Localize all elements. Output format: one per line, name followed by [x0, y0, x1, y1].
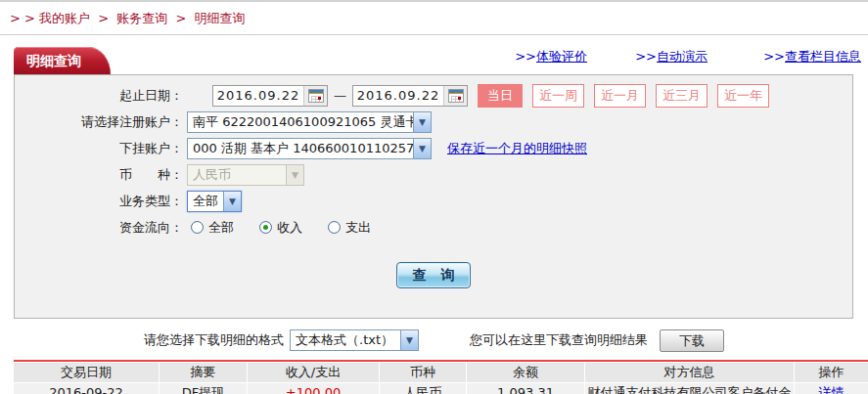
quick-range-3months-button[interactable]: 近三月 — [656, 84, 708, 108]
breadcrumb-item-account-query[interactable]: 账务查询 — [116, 11, 167, 25]
download-hint-text: 您可以在这里下载查询明细结果 — [470, 331, 648, 349]
cell-summary: DF提现 — [160, 383, 248, 394]
date-range-row: 起止日期： 2016.09.22 — 2016.09.22 当日 近一周 近一月… — [15, 82, 852, 109]
currency-select: 人民币 ▼ — [187, 164, 304, 186]
download-button[interactable]: 下载 — [660, 329, 724, 352]
view-column-info-link[interactable]: >>查看栏目信息 — [763, 48, 861, 66]
link-arrows: >> — [515, 49, 536, 64]
calendar-icon[interactable] — [443, 86, 467, 106]
chevron-down-icon: ▼ — [400, 330, 418, 350]
link-arrows: >> — [635, 49, 657, 64]
fund-flow-label: 资金流向： — [15, 219, 183, 237]
flow-option-all[interactable]: 全部 — [191, 219, 234, 237]
sub-account-row: 下挂账户： 000 活期 基本户 1406600101102571848 ▼ 保… — [15, 135, 852, 161]
chevron-down-icon: ▼ — [223, 192, 241, 211]
cell-income-expense: +100.00 — [248, 383, 380, 394]
cell-counterparty: 财付通支付科技有限公司客户备付金 — [585, 383, 795, 394]
cell-trade-date: 2016-09-22 — [14, 383, 160, 394]
col-header-currency: 币种 — [380, 363, 467, 382]
flow-option-income[interactable]: 收入 — [259, 219, 302, 237]
experience-review-link[interactable]: >>体验评价 — [515, 48, 587, 66]
date-range-dash: — — [334, 88, 346, 103]
tab-bar: 明细查询 >>体验评价 >>自动演示 >>查看栏目信息 — [0, 35, 868, 74]
query-button[interactable]: 查 询 — [396, 262, 471, 288]
fund-flow-options: 全部 收入 支出 — [191, 219, 396, 237]
col-header-balance: 余额 — [467, 363, 585, 382]
chevron-down-icon: ▼ — [413, 112, 431, 132]
download-format-select[interactable]: 文本格式（.txt） ▼ — [290, 329, 419, 351]
quick-range-year-button[interactable]: 近一年 — [717, 84, 769, 108]
table-row: 2016-09-22 DF提现 +100.00 人民币 1,093.31 财付通… — [14, 383, 868, 394]
col-header-income-expense: 收入/支出 — [248, 363, 380, 382]
query-form-panel: 起止日期： 2016.09.22 — 2016.09.22 当日 近一周 近一月… — [14, 74, 853, 319]
date-to-input[interactable]: 2016.09.22 — [352, 85, 468, 107]
quick-range-week-button[interactable]: 近一周 — [532, 84, 584, 108]
breadcrumb-prefix: > > — [10, 11, 35, 25]
chevron-down-icon: ▼ — [286, 165, 303, 185]
cell-currency: 人民币 — [380, 383, 467, 394]
table-header-row: 交易日期 摘要 收入/支出 币种 余额 对方信息 操作 — [14, 363, 868, 382]
business-type-row: 业务类型： 全部 ▼ — [15, 188, 852, 214]
detail-link[interactable]: 详情 — [819, 385, 845, 394]
breadcrumb-item-my-account[interactable]: 我的账户 — [39, 11, 90, 25]
col-header-action: 操作 — [795, 363, 868, 382]
col-header-counterparty: 对方信息 — [585, 363, 795, 382]
link-arrows: >> — [763, 49, 785, 64]
breadcrumb-item-detail-query[interactable]: 明细查询 — [194, 11, 245, 25]
save-snapshot-link[interactable]: 保存近一个月的明细快照 — [447, 140, 587, 157]
date-from-input[interactable]: 2016.09.22 — [212, 85, 328, 107]
breadcrumb-separator: > — [175, 11, 186, 25]
tab-detail-query[interactable]: 明细查询 — [14, 47, 111, 74]
auto-demo-link[interactable]: >>自动演示 — [635, 48, 708, 66]
query-button-row: 查 询 — [15, 262, 852, 288]
radio-unchecked-icon — [191, 221, 204, 234]
chevron-down-icon: ▼ — [413, 139, 431, 158]
register-account-label: 请选择注册账户： — [15, 113, 183, 131]
quick-range-today-button[interactable]: 当日 — [478, 84, 523, 108]
register-account-select[interactable]: 南平 6222001406100921065 灵通卡 ▼ — [187, 111, 432, 133]
quick-range-month-button[interactable]: 近一月 — [594, 84, 646, 108]
radio-unchecked-icon — [328, 221, 341, 234]
col-header-summary: 摘要 — [160, 363, 248, 382]
currency-row: 币 种： 人民币 ▼ — [15, 161, 852, 188]
currency-label: 币 种： — [15, 166, 183, 184]
business-type-select[interactable]: 全部 ▼ — [187, 191, 242, 212]
calendar-icon[interactable] — [303, 86, 327, 106]
breadcrumb: > > 我的账户 > 账务查询 > 明细查询 — [0, 2, 868, 34]
business-type-label: 业务类型： — [15, 193, 183, 210]
date-range-group: 2016.09.22 — 2016.09.22 当日 近一周 近一月 近三月 近… — [212, 84, 769, 108]
transactions-table: 交易日期 摘要 收入/支出 币种 余额 对方信息 操作 2016-09-22 D… — [14, 362, 868, 394]
sub-account-select[interactable]: 000 活期 基本户 1406600101102571848 ▼ — [187, 138, 432, 159]
breadcrumb-separator: > — [98, 11, 109, 25]
download-format-label: 请您选择下载明细的格式 — [144, 331, 284, 349]
fund-flow-row: 资金流向： 全部 收入 支出 — [15, 214, 852, 241]
col-header-trade-date: 交易日期 — [14, 363, 160, 382]
cell-balance: 1,093.31 — [467, 383, 585, 394]
flow-option-expense[interactable]: 支出 — [328, 219, 371, 237]
register-account-row: 请选择注册账户： 南平 6222001406100921065 灵通卡 ▼ — [15, 109, 852, 135]
sub-account-label: 下挂账户： — [15, 140, 183, 157]
download-row: 请您选择下载明细的格式 文本格式（.txt） ▼ 您可以在这里下载查询明细结果 … — [0, 328, 868, 353]
date-range-label: 起止日期： — [15, 87, 183, 105]
cell-action: 详情 — [795, 383, 868, 394]
radio-checked-icon — [259, 221, 272, 234]
